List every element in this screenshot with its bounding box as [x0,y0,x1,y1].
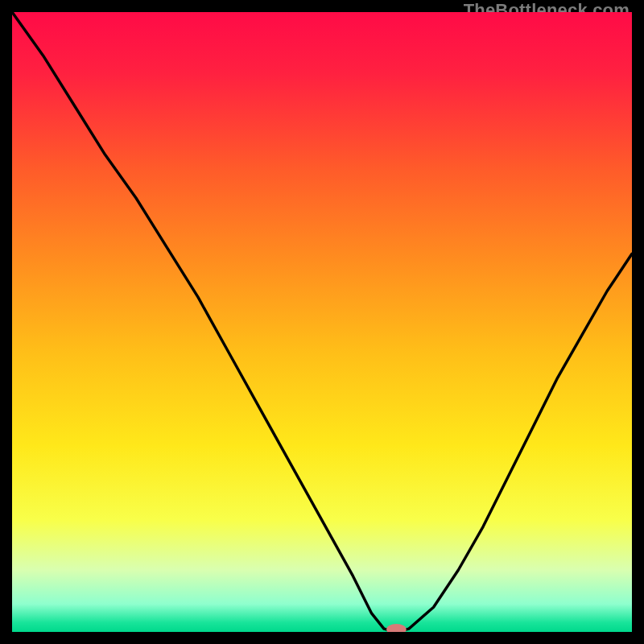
chart-frame: TheBottleneck.com [0,0,644,644]
gradient-background [12,12,632,632]
bottleneck-chart [12,12,632,632]
plot-area [12,12,632,632]
